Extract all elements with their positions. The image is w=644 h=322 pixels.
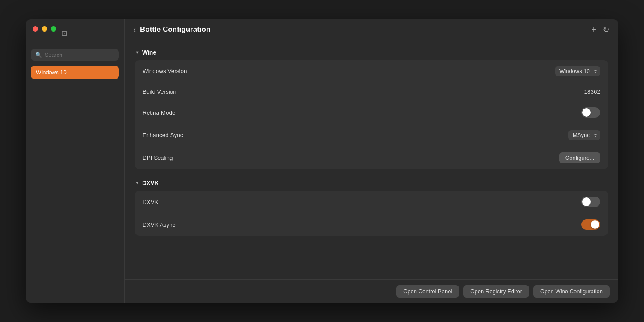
dxvk-label: DXVK [143,199,158,205]
enhanced-sync-select[interactable]: MSync ESync None [568,130,600,140]
footer: Open Control Panel Open Registry Editor … [125,279,618,303]
header: ‹ Bottle Configuration + ↻ [125,19,618,40]
open-control-panel-button[interactable]: Open Control Panel [396,285,459,298]
page-title: Bottle Configuration [140,25,210,34]
config-area: ▼ Wine Windows Version Windows 10 Window… [125,40,618,279]
main-content: ‹ Bottle Configuration + ↻ ▼ Wine Window… [125,19,618,303]
search-input[interactable] [45,52,115,58]
dxvk-knob [582,197,591,206]
wine-section-header[interactable]: ▼ Wine [135,49,608,56]
retina-mode-label: Retina Mode [143,109,176,116]
dxvk-section-body: DXVK DXVK Async [135,191,608,236]
sidebar: ⊡ 🔍 Windows 10 [26,19,125,303]
open-wine-configuration-button[interactable]: Open Wine Configuration [533,285,610,298]
maximize-button[interactable] [51,26,56,32]
dxvk-section: ▼ DXVK DXVK DXVK Async [135,179,608,236]
dxvk-async-toggle[interactable] [581,219,600,230]
dpi-scaling-label: DPI Scaling [143,155,173,161]
dxvk-async-row: DXVK Async [135,213,608,236]
minimize-button[interactable] [42,26,47,32]
dxvk-section-label: DXVK [142,179,159,186]
wine-chevron-icon: ▼ [135,50,140,55]
retina-mode-knob [582,108,591,117]
wine-section-label: Wine [142,49,156,56]
dxvk-async-knob [591,220,599,229]
build-version-value: 18362 [584,88,600,95]
app-window: ⊡ 🔍 Windows 10 ‹ Bottle Configuration + … [26,19,618,303]
close-button[interactable] [33,26,38,32]
search-box: 🔍 [31,49,119,61]
dxvk-row: DXVK [135,191,608,213]
dxvk-section-header[interactable]: ▼ DXVK [135,179,608,186]
dxvk-async-label: DXVK Async [143,222,176,228]
retina-mode-toggle[interactable] [581,107,600,118]
enhanced-sync-label: Enhanced Sync [143,132,183,138]
add-button[interactable]: + [591,25,596,34]
enhanced-sync-row: Enhanced Sync MSync ESync None [135,124,608,146]
build-version-row: Build Version 18362 [135,82,608,101]
wine-section: ▼ Wine Windows Version Windows 10 Window… [135,49,608,169]
retina-mode-row: Retina Mode [135,101,608,124]
dxvk-chevron-icon: ▼ [135,180,140,185]
sidebar-item-windows10[interactable]: Windows 10 [31,66,119,79]
header-left: ‹ Bottle Configuration [133,25,210,34]
traffic-lights [31,26,56,32]
dpi-configure-button[interactable]: Configure... [559,152,600,163]
sidebar-toggle-icon[interactable]: ⊡ [61,29,67,37]
dpi-scaling-row: DPI Scaling Configure... [135,146,608,169]
build-version-label: Build Version [143,88,176,95]
search-icon: 🔍 [35,52,42,58]
wine-section-body: Windows Version Windows 10 Windows 7 Win… [135,60,608,169]
windows-version-label: Windows Version [143,68,187,74]
back-button[interactable]: ‹ [133,26,136,33]
windows-version-row: Windows Version Windows 10 Windows 7 Win… [135,60,608,82]
dxvk-toggle[interactable] [581,197,600,207]
open-registry-editor-button[interactable]: Open Registry Editor [463,285,529,298]
windows-version-select[interactable]: Windows 10 Windows 7 Windows 11 [555,66,600,76]
refresh-button[interactable]: ↻ [602,25,610,34]
header-right: + ↻ [591,25,610,34]
